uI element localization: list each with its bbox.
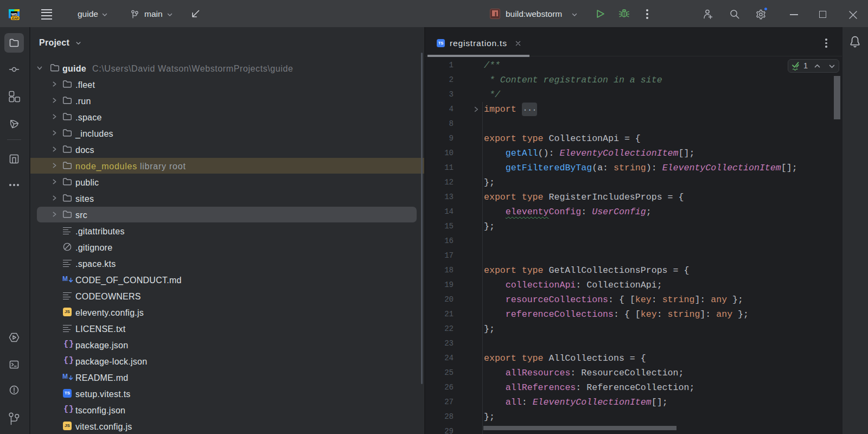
svg-text:EAP: EAP	[12, 16, 18, 20]
